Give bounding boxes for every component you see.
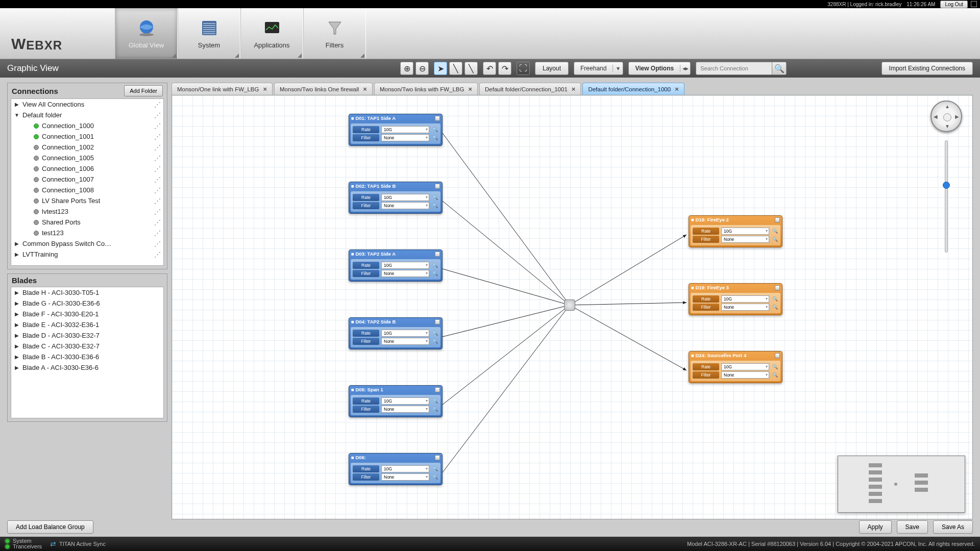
redo-button[interactable]: ↷ <box>498 62 511 75</box>
input-node[interactable]: ■ D01: TAP1 Side A Rate10G🔍 FilterNone🔍 <box>349 114 443 146</box>
search-button[interactable]: 🔍 <box>772 62 787 75</box>
close-icon[interactable]: × <box>263 85 267 93</box>
filter-select[interactable]: None <box>381 473 429 481</box>
tree-connection[interactable]: Connection_1006⋰ <box>11 163 163 174</box>
close-icon[interactable]: × <box>363 85 367 93</box>
input-node[interactable]: ■ D05: Span 1 Rate10G🔍 FilterNone🔍 <box>349 385 443 417</box>
input-node[interactable]: ■ D02: TAP1 Side B Rate10G🔍 FilterNone🔍 <box>349 182 443 214</box>
tree-folder[interactable]: ▶LVTTraining⋰ <box>11 249 163 260</box>
node-menu-icon[interactable] <box>435 184 440 189</box>
rate-select[interactable]: 10G <box>721 363 769 370</box>
inspect-icon[interactable]: 🔍 <box>431 406 438 413</box>
inspect-icon[interactable]: 🔍 <box>431 465 438 472</box>
close-icon[interactable]: × <box>572 85 576 93</box>
layout-button[interactable]: Layout <box>535 62 569 75</box>
blade-item[interactable]: ▶Blade A - ACI-3030-E36-6 <box>11 362 163 373</box>
canvas-tab[interactable]: Monson/Two links One firewall× <box>274 83 373 95</box>
tree-connection[interactable]: Connection_1005⋰ <box>11 153 163 163</box>
tree-connection[interactable]: Shared Ports⋰ <box>11 217 163 228</box>
inspect-icon[interactable]: 🔍 <box>431 270 438 277</box>
tree-folder[interactable]: ▶Common Bypass Switch Co…⋰ <box>11 238 163 249</box>
save-button[interactable]: Save <box>897 520 928 534</box>
rate-select[interactable]: 10G <box>721 228 769 235</box>
inspect-icon[interactable]: 🔍 <box>431 397 438 405</box>
add-folder-button[interactable]: Add Folder <box>124 85 163 96</box>
fullscreen-button[interactable]: ⛶ <box>517 62 530 75</box>
tree-connection[interactable]: Connection_1001⋰ <box>11 131 163 142</box>
filter-select[interactable]: None <box>381 270 429 277</box>
line-tool-button[interactable]: ╲ <box>449 62 462 75</box>
canvas-tab[interactable]: Default folder/Connection_1001× <box>479 83 581 95</box>
dock-icon[interactable] <box>971 1 977 7</box>
zoom-out-button[interactable]: ⊖ <box>415 62 429 75</box>
inspect-icon[interactable]: 🔍 <box>431 338 438 345</box>
inspect-icon[interactable]: 🔍 <box>431 262 438 269</box>
view-options-select[interactable]: View Options◂▸ <box>628 62 691 75</box>
inspect-icon[interactable]: 🔍 <box>431 202 438 209</box>
inspect-icon[interactable]: 🔍 <box>771 236 778 243</box>
add-load-balance-group-button[interactable]: Add Load Balance Group <box>7 520 93 534</box>
output-node[interactable]: ■ D18: FireEye 2 Rate10G🔍 FilterNone🔍 <box>689 215 782 247</box>
node-menu-icon[interactable] <box>775 353 780 358</box>
inspect-icon[interactable]: 🔍 <box>771 363 778 370</box>
inspect-icon[interactable]: 🔍 <box>771 304 778 311</box>
blade-item[interactable]: ▶Blade C - ACI-3030-E32-7 <box>11 341 163 352</box>
rate-select[interactable]: 10G <box>381 397 429 405</box>
canvas-tab[interactable]: Monson/One link with FW_LBG× <box>172 83 273 95</box>
tree-connection[interactable]: Connection_1000⋰ <box>11 120 163 131</box>
blade-item[interactable]: ▶Blade F - ACI-3030-E20-1 <box>11 309 163 319</box>
rate-select[interactable]: 10G <box>381 330 429 337</box>
node-menu-icon[interactable] <box>435 252 440 257</box>
ribbon-global-view[interactable]: Global View <box>115 8 178 59</box>
inspect-icon[interactable]: 🔍 <box>431 126 438 133</box>
filter-select[interactable]: None <box>381 406 429 413</box>
blade-item[interactable]: ▶Blade E - ACI-3032-E36-1 <box>11 319 163 330</box>
save-as-button[interactable]: Save As <box>933 520 973 534</box>
node-menu-icon[interactable] <box>435 455 440 460</box>
logout-button[interactable]: Log Out <box>940 1 968 8</box>
ribbon-applications[interactable]: Applications <box>240 8 303 59</box>
tree-connection[interactable]: LV Share Ports Test⋰ <box>11 195 163 206</box>
canvas-tab[interactable]: Monson/Two links with FW_LBG× <box>374 83 478 95</box>
node-menu-icon[interactable] <box>775 217 780 222</box>
diagram-canvas[interactable]: ▲▼ ■ D01: TAP1 Side A Rate10G🔍 FilterNon… <box>172 95 973 519</box>
blade-item[interactable]: ▶Blade B - ACI-3030-E36-6 <box>11 352 163 362</box>
input-node[interactable]: ■ D03: TAP2 Side A Rate10G🔍 FilterNone🔍 <box>349 249 443 282</box>
zoom-slider[interactable] <box>943 140 950 253</box>
search-connection-input[interactable] <box>696 62 772 75</box>
output-node[interactable]: ■ D19: FireEye 3 Rate10G🔍 FilterNone🔍 <box>689 283 782 315</box>
node-menu-icon[interactable] <box>435 387 440 392</box>
minimap[interactable] <box>838 456 965 513</box>
tree-connection[interactable]: Connection_1007⋰ <box>11 174 163 185</box>
close-icon[interactable]: × <box>468 85 472 93</box>
inspect-icon[interactable]: 🔍 <box>771 371 778 379</box>
connections-tree[interactable]: ▶View All Connections⋰▼Default folder⋰Co… <box>11 99 163 265</box>
tree-folder[interactable]: ▶View All Connections⋰ <box>11 99 163 110</box>
tree-connection[interactable]: Connection_1002⋰ <box>11 142 163 153</box>
apply-button[interactable]: Apply <box>859 520 892 534</box>
inspect-icon[interactable]: 🔍 <box>431 473 438 481</box>
tree-folder[interactable]: ▼Default folder⋰ <box>11 110 163 120</box>
canvas-tab[interactable]: Default folder/Connection_1000× <box>582 83 684 95</box>
inspect-icon[interactable]: 🔍 <box>771 295 778 303</box>
filter-select[interactable]: None <box>381 202 429 209</box>
blade-item[interactable]: ▶Blade D - ACI-3030-E32-7 <box>11 330 163 341</box>
input-node[interactable]: ■ D06: Rate10G🔍 FilterNone🔍 <box>349 453 443 485</box>
filter-select[interactable]: None <box>721 304 769 311</box>
inspect-icon[interactable]: 🔍 <box>431 194 438 201</box>
undo-button[interactable]: ↶ <box>483 62 496 75</box>
ribbon-system[interactable]: System <box>178 8 240 59</box>
filter-select[interactable]: None <box>721 371 769 379</box>
inspect-icon[interactable]: 🔍 <box>431 134 438 141</box>
output-node[interactable]: ■ D24: Sourcefire Port 4 Rate10G🔍 Filter… <box>689 351 782 383</box>
zoom-in-button[interactable]: ⊕ <box>400 62 413 75</box>
tree-connection[interactable]: test123⋰ <box>11 228 163 238</box>
filter-select[interactable]: None <box>721 236 769 243</box>
layout-mode-select[interactable]: Freehand▾ <box>574 62 623 75</box>
rate-select[interactable]: 10G <box>381 465 429 472</box>
node-menu-icon[interactable] <box>775 285 780 290</box>
ribbon-filters[interactable]: Filters <box>303 8 366 59</box>
blade-item[interactable]: ▶Blade G - ACI-3030-E36-6 <box>11 298 163 309</box>
pan-compass[interactable]: ▲▼ <box>930 101 962 132</box>
filter-select[interactable]: None <box>381 338 429 345</box>
